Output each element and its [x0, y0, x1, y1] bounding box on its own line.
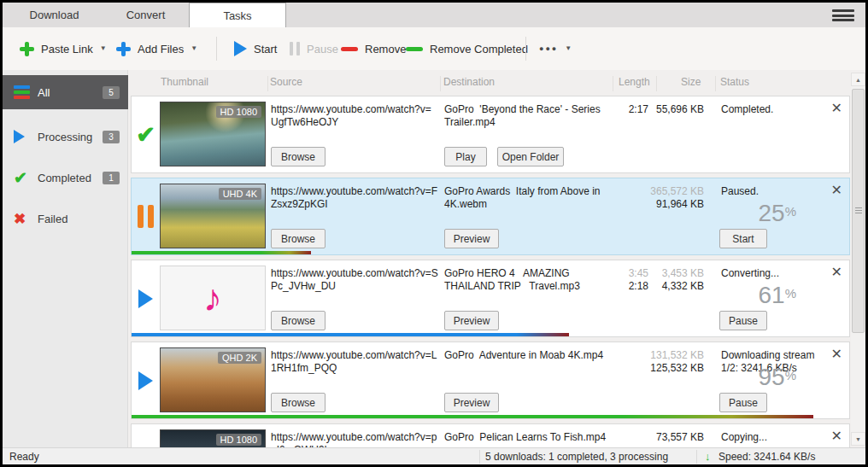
size-value: 131,532 KB 125,532 KB	[650, 349, 704, 375]
size-done: 91,964 KB	[656, 198, 704, 210]
sidebar-item-all[interactable]: All 5	[3, 75, 128, 109]
status-text: Copying...	[721, 431, 834, 444]
col-length: Length	[619, 76, 650, 88]
close-icon[interactable]: ✕	[831, 429, 842, 443]
size-total: 131,532 KB	[650, 349, 704, 361]
play-icon	[234, 41, 247, 56]
close-icon[interactable]: ✕	[831, 102, 842, 115]
count-badge: 1	[103, 172, 120, 184]
length-value: 3:45 2:18	[629, 267, 648, 293]
size-value: 73,557 KB	[656, 431, 704, 444]
pause-icon	[132, 178, 160, 254]
count-badge: 5	[103, 86, 120, 99]
pause-button[interactable]: Pause	[290, 27, 338, 70]
tab-convert[interactable]: Convert	[101, 3, 191, 27]
col-destination: Destination	[443, 76, 495, 88]
size-value: 55,696 KB	[656, 103, 704, 116]
size-value: 365,572 KB 91,964 KB	[650, 185, 704, 211]
close-icon[interactable]: ✕	[831, 347, 842, 361]
source-url: https://www.youtube.com/watch?v=L1RH1fm_…	[271, 349, 438, 375]
vertical-scrollbar[interactable]: ▲ ▼	[851, 73, 865, 446]
size-value: 3,453 KB 4,332 KB	[662, 267, 704, 293]
task-row[interactable]: ✔ HD 1080 https://www.youtube.com/watch?…	[131, 96, 850, 173]
browse-button[interactable]: Browse	[271, 229, 326, 248]
progress-bar	[132, 333, 849, 336]
col-status: Status	[720, 76, 749, 88]
sidebar-item-failed[interactable]: ✖ Failed	[3, 203, 128, 234]
source-url: https://www.youtube.com/watch?v=SPc_JVHw…	[271, 267, 438, 293]
col-thumbnail: Thumbnail	[161, 76, 208, 88]
more-dots-icon: ●●●	[539, 44, 558, 53]
play-button[interactable]: Play	[444, 147, 487, 166]
start-button[interactable]: Start	[234, 27, 277, 70]
sidebar-item-completed[interactable]: ✔ Completed 1	[3, 162, 128, 193]
browse-button[interactable]: Browse	[271, 147, 326, 166]
remove-completed-label: Remove Completed	[430, 43, 528, 55]
sidebar-item-label: Failed	[38, 213, 67, 225]
add-files-button[interactable]: Add Files ▼	[116, 27, 197, 70]
table-header: Thumbnail Source Destination Length Size…	[128, 70, 851, 92]
preview-button[interactable]: Preview	[444, 311, 499, 330]
start-button[interactable]: Start	[719, 229, 767, 248]
thumbnail-desert-hiker: QHD 2K	[160, 347, 266, 412]
close-icon[interactable]: ✕	[831, 184, 842, 197]
source-url: https://www.youtube.com/watch?v=puI0mOWU…	[271, 431, 438, 447]
browse-button[interactable]: Browse	[271, 311, 326, 330]
chevron-down-icon[interactable]: ▼	[100, 45, 107, 52]
size-total: 3,453 KB	[662, 267, 704, 279]
progress-percent: 25%	[759, 200, 797, 227]
count-badge: 3	[103, 131, 120, 143]
status-ready: Ready	[9, 451, 39, 463]
scrollbar-thumb[interactable]	[852, 89, 865, 333]
close-icon[interactable]: ✕	[831, 266, 842, 279]
preview-button[interactable]: Preview	[444, 229, 499, 248]
downloads-summary: 5 downloads: 1 completed, 3 processing	[485, 451, 668, 463]
tab-download[interactable]: Download	[9, 3, 99, 27]
plus-icon	[20, 42, 34, 56]
tab-bar: Download Convert Tasks	[3, 3, 865, 27]
pause-label: Pause	[307, 43, 338, 55]
preview-button[interactable]: Preview	[444, 393, 499, 412]
paste-link-button[interactable]: Paste Link ▼	[20, 27, 107, 70]
minus-icon	[341, 47, 358, 51]
start-label: Start	[254, 43, 277, 55]
sidebar-item-processing[interactable]: Processing 3	[3, 121, 128, 152]
toolbar-separator	[525, 37, 526, 61]
statusbar-separator	[696, 450, 697, 464]
scroll-up-icon[interactable]: ▲	[851, 73, 865, 86]
more-options-button[interactable]: ●●● ▼	[539, 27, 572, 70]
task-row[interactable]: UHD 4K https://www.youtube.com/watch?v=F…	[131, 178, 850, 255]
thumbnail-music-note: ♪	[160, 266, 266, 330]
task-list: Thumbnail Source Destination Length Size…	[128, 70, 865, 447]
remove-label: Remove	[365, 43, 406, 55]
size-done: 4,332 KB	[662, 280, 704, 292]
progress-percent: 61%	[759, 282, 797, 309]
status-text: Completed.	[721, 103, 834, 116]
tab-tasks[interactable]: Tasks	[189, 3, 286, 27]
quality-badge: HD 1080	[216, 434, 261, 446]
scroll-down-icon[interactable]: ▼	[851, 432, 865, 446]
toolbar-separator	[216, 37, 217, 61]
task-row[interactable]: ♪ https://www.youtube.com/watch?v=SPc_JV…	[131, 260, 850, 337]
remove-completed-button[interactable]: Remove Completed	[406, 27, 528, 70]
hamburger-menu-icon[interactable]	[832, 9, 854, 21]
task-row[interactable]: HD 1080 https://www.youtube.com/watch?v=…	[131, 423, 850, 447]
destination-filename: GoPro HERO 4 AMAZING THAILAND TRIP Trave…	[444, 267, 617, 293]
pause-button[interactable]: Pause	[719, 311, 767, 330]
source-url: https://www.youtube.com/watch?v=FZsxz9Zp…	[271, 185, 438, 211]
chevron-down-icon[interactable]: ▼	[565, 45, 572, 52]
task-row[interactable]: QHD 2K https://www.youtube.com/watch?v=L…	[131, 341, 850, 419]
open-folder-button[interactable]: Open Folder	[497, 147, 564, 166]
progress-bar	[132, 415, 849, 418]
status-text: Converting...	[721, 267, 834, 280]
sidebar-item-label: Processing	[38, 131, 92, 143]
browse-button[interactable]: Browse	[271, 393, 326, 412]
remove-button[interactable]: Remove	[341, 27, 406, 70]
app-window: Download Convert Tasks Paste Link ▼ Add …	[0, 0, 868, 467]
length-done: 2:18	[629, 280, 648, 292]
size-total: 365,572 KB	[650, 185, 704, 197]
pause-button[interactable]: Pause	[719, 393, 767, 412]
quality-badge: QHD 2K	[218, 352, 261, 364]
status-text: Paused.	[721, 185, 834, 198]
chevron-down-icon[interactable]: ▼	[191, 45, 197, 52]
